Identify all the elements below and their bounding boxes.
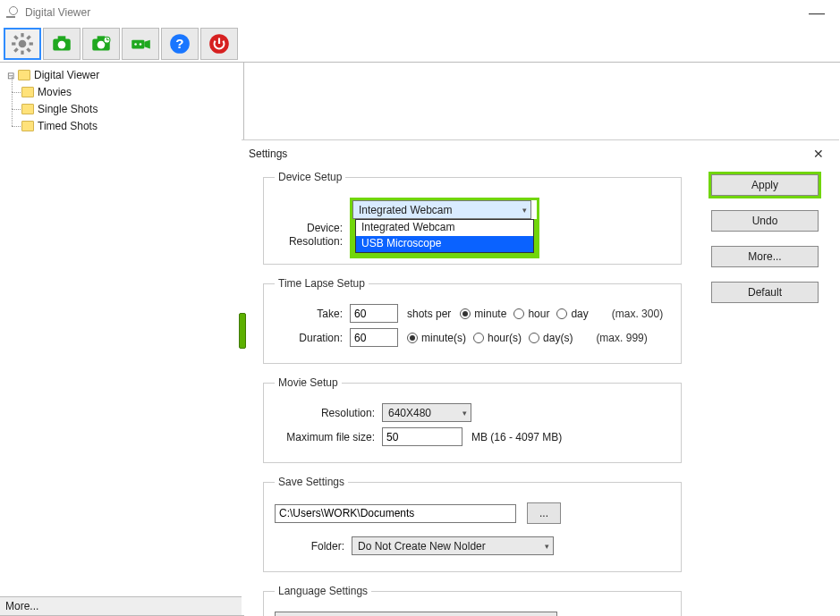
help-icon: ? [168, 32, 191, 55]
folder-icon [21, 87, 34, 97]
device-highlight: Integrated Webcam ▾ Integrated Webcam US… [350, 198, 539, 258]
svg-line-8 [27, 36, 30, 38]
svg-rect-10 [58, 36, 66, 39]
svg-line-7 [14, 48, 17, 51]
movie-setup-group: Movie Setup Resolution: 640X480 ▾ Maximu… [263, 376, 682, 463]
splitter-handle[interactable] [239, 313, 246, 349]
tree-item-timed-shots[interactable]: Timed Shots [21, 118, 238, 134]
dur-days-radio[interactable]: day(s) [529, 332, 573, 344]
folder-icon [18, 70, 30, 80]
svg-text:?: ? [175, 36, 183, 51]
tree-item-single-shots[interactable]: Single Shots [21, 101, 238, 117]
svg-point-21 [140, 43, 142, 46]
power-button[interactable] [200, 28, 238, 60]
video-icon [129, 32, 152, 55]
svg-point-20 [134, 43, 137, 46]
timelapse-setup-group: Time Lapse Setup Take: shots per minute … [263, 277, 682, 364]
microscope-icon [5, 5, 20, 20]
settings-title: Settings [249, 148, 287, 160]
chevron-down-icon: ▾ [462, 409, 467, 418]
undo-button[interactable]: Undo [711, 210, 819, 232]
folder-tree[interactable]: ⊟ Digital Viewer Movies Single Shots Tim… [0, 63, 243, 400]
folder-icon [21, 104, 34, 114]
device-setup-legend: Device Setup [275, 171, 345, 183]
duration-max-hint: (max. 999) [596, 332, 647, 344]
tree-root[interactable]: ⊟ Digital Viewer [5, 67, 238, 83]
save-settings-group: Save Settings ... Folder: Do Not Create … [263, 476, 682, 572]
device-combo[interactable]: Integrated Webcam ▾ [352, 200, 531, 219]
unit-day-radio[interactable]: day [556, 308, 588, 320]
window-title: Digital Viewer [25, 6, 90, 19]
svg-line-6 [27, 48, 30, 51]
video-record-button[interactable] [122, 28, 159, 60]
tree-item-label: Movies [38, 86, 72, 98]
filesize-input[interactable] [382, 427, 462, 446]
device-combo-value: Integrated Webcam [359, 204, 453, 216]
settings-panel: Settings ✕ Device Setup Device: Integrat… [242, 139, 839, 615]
language-settings-group: Language Settings English ▾ [263, 585, 682, 616]
folder-label: Folder: [275, 540, 352, 553]
power-icon [208, 32, 231, 55]
duration-input[interactable] [350, 328, 398, 347]
settings-button[interactable] [4, 28, 41, 60]
more-bar[interactable]: More... [0, 596, 243, 616]
camera-icon [50, 32, 73, 55]
folder-combo-value: Do Not Create New Nolder [358, 540, 486, 553]
dur-minutes-radio[interactable]: minute(s) [407, 332, 466, 344]
unit-hour-radio[interactable]: hour [513, 308, 549, 320]
language-combo[interactable]: English ▾ [275, 612, 557, 616]
gear-icon [11, 32, 34, 55]
device-label: Device: [275, 222, 350, 234]
left-panel: ⊟ Digital Viewer Movies Single Shots Tim… [0, 63, 244, 616]
folder-icon [21, 121, 34, 131]
camera-timer-icon [89, 32, 113, 55]
window-titlebar: Digital Viewer — [0, 0, 840, 25]
chevron-down-icon: ▾ [522, 206, 527, 215]
svg-point-0 [19, 39, 27, 47]
help-button[interactable]: ? [161, 28, 199, 60]
device-option[interactable]: Integrated Webcam [356, 220, 533, 236]
timed-capture-button[interactable] [82, 28, 120, 60]
svg-line-5 [14, 36, 17, 38]
movie-resolution-value: 640X480 [388, 407, 431, 419]
device-setup-group: Device Setup Device: Integrated Webcam ▾… [263, 171, 682, 265]
default-button[interactable]: Default [711, 282, 819, 303]
tree-item-label: Timed Shots [38, 120, 98, 132]
browse-button[interactable]: ... [527, 502, 561, 524]
movie-legend: Movie Setup [275, 376, 342, 389]
chevron-down-icon: ▾ [545, 542, 549, 551]
take-max-hint: (max. 300) [612, 308, 663, 320]
minimize-button[interactable]: — [799, 4, 835, 22]
apply-button[interactable]: Apply [711, 174, 819, 196]
movie-resolution-label: Resolution: [275, 407, 382, 419]
shots-per-label: shots per [407, 308, 451, 320]
timelapse-legend: Time Lapse Setup [275, 277, 369, 290]
tree-item-label: Single Shots [38, 103, 98, 115]
take-label: Take: [275, 308, 350, 320]
tree-item-movies[interactable]: Movies [21, 84, 238, 100]
language-legend: Language Settings [275, 585, 371, 597]
svg-point-14 [98, 40, 106, 48]
close-button[interactable]: ✕ [805, 147, 832, 161]
take-input[interactable] [350, 304, 398, 323]
capture-button[interactable] [43, 28, 81, 60]
unit-minute-radio[interactable]: minute [460, 308, 506, 320]
svg-rect-18 [132, 39, 144, 48]
collapse-icon[interactable]: ⊟ [5, 71, 16, 80]
more-bar-label: More... [5, 600, 38, 612]
resolution-label: Resolution: [275, 235, 350, 248]
folder-combo[interactable]: Do Not Create New Nolder ▾ [352, 536, 554, 555]
movie-resolution-combo[interactable]: 640X480 ▾ [382, 403, 471, 422]
save-legend: Save Settings [275, 476, 348, 488]
svg-point-11 [58, 40, 66, 48]
save-path-input[interactable] [275, 504, 516, 523]
dur-hours-radio[interactable]: hour(s) [473, 332, 522, 344]
duration-label: Duration: [275, 332, 350, 344]
more-button[interactable]: More... [711, 246, 819, 267]
svg-marker-19 [144, 39, 150, 48]
device-option-selected[interactable]: USB Microscope [356, 236, 533, 252]
main-toolbar: ? [0, 25, 840, 63]
filesize-label: Maximum file size: [275, 431, 382, 443]
device-dropdown-list[interactable]: Integrated Webcam USB Microscope [355, 219, 534, 253]
tree-root-label: Digital Viewer [34, 69, 99, 81]
